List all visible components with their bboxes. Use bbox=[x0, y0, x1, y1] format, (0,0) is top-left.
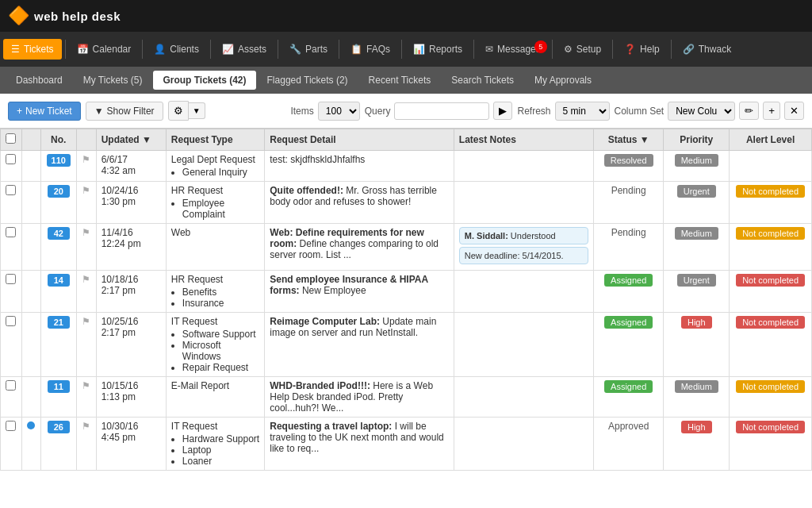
subnav-my-approvals[interactable]: My Approvals bbox=[525, 71, 601, 90]
row-checkbox[interactable] bbox=[1, 151, 22, 182]
row-req-type: Legal Dept Request General Inquiry bbox=[166, 151, 264, 182]
nav-label-calendar: Calendar bbox=[93, 44, 132, 55]
column-set-add-button[interactable]: + bbox=[763, 102, 780, 120]
row-updated: 10/15/161:13 pm bbox=[96, 377, 166, 418]
row-flag[interactable]: ⚑ bbox=[76, 182, 96, 224]
query-label: Query bbox=[365, 106, 391, 117]
column-set-label: Column Set bbox=[615, 106, 665, 117]
row-checkbox[interactable] bbox=[1, 313, 22, 377]
status-text: Pending bbox=[611, 227, 646, 238]
nav-item-parts[interactable]: 🔧 Parts bbox=[282, 39, 335, 60]
nav-item-messages[interactable]: ✉ Messages 5 bbox=[477, 39, 549, 60]
row-ticket-num[interactable]: 14 bbox=[40, 271, 76, 313]
header-status[interactable]: Status ▼ bbox=[594, 129, 664, 151]
messages-badge: 5 bbox=[534, 40, 547, 53]
nav-item-assets[interactable]: 📈 Assets bbox=[214, 39, 274, 60]
column-set-select[interactable]: New Colu bbox=[668, 102, 735, 121]
flag-icon: ⚑ bbox=[82, 154, 90, 165]
row-req-detail: Quite offended!: Mr. Gross has terrible … bbox=[265, 182, 454, 224]
row-req-detail: Reimage Computer Lab: Update main image … bbox=[265, 313, 454, 377]
items-select[interactable]: 100 50 25 bbox=[318, 102, 360, 121]
subnav-group-tickets[interactable]: Group Tickets (42) bbox=[153, 71, 255, 90]
column-set-edit-button[interactable]: ✏ bbox=[739, 102, 759, 120]
row-req-type: IT Request Software SupportMicrosoft Win… bbox=[166, 313, 264, 377]
row-latest-notes bbox=[454, 377, 593, 418]
subnav-search-tickets[interactable]: Search Tickets bbox=[442, 71, 523, 90]
nav-divider-8 bbox=[552, 40, 553, 59]
row-checkbox[interactable] bbox=[1, 182, 22, 224]
row-checkbox[interactable] bbox=[1, 418, 22, 471]
row-priority: Urgent bbox=[664, 271, 730, 313]
flag-icon: ⚑ bbox=[82, 316, 90, 327]
row-updated: 10/24/161:30 pm bbox=[96, 182, 166, 224]
nav-item-calendar[interactable]: 📅 Calendar bbox=[69, 39, 140, 60]
row-status: Pending bbox=[594, 224, 664, 271]
subnav-flagged-tickets[interactable]: Flagged Tickets (2) bbox=[258, 71, 358, 90]
row-checkbox[interactable] bbox=[1, 377, 22, 418]
header-no[interactable]: No. bbox=[40, 129, 76, 151]
header-checkbox[interactable] bbox=[1, 129, 22, 151]
row-checkbox[interactable] bbox=[1, 224, 22, 271]
row-flag[interactable]: ⚑ bbox=[76, 313, 96, 377]
header-alert-level[interactable]: Alert Level bbox=[730, 129, 812, 151]
priority-badge: High bbox=[681, 316, 712, 329]
row-req-type: IT Request Hardware SupportLaptopLoaner bbox=[166, 418, 264, 471]
row-ticket-num[interactable]: 26 bbox=[40, 418, 76, 471]
header-latest-notes[interactable]: Latest Notes bbox=[454, 129, 593, 151]
setup-icon: ⚙ bbox=[564, 44, 573, 55]
row-checkbox[interactable] bbox=[1, 271, 22, 313]
toolbar: + New Ticket ▼ Show Filter ⚙ ▼ Items 100… bbox=[0, 94, 812, 129]
nav-divider-3 bbox=[210, 40, 211, 59]
subnav-my-tickets[interactable]: My Tickets (5) bbox=[74, 71, 152, 90]
row-ticket-num[interactable]: 21 bbox=[40, 313, 76, 377]
row-dot bbox=[21, 271, 40, 313]
gear-dropdown-button[interactable]: ▼ bbox=[189, 102, 205, 119]
row-flag[interactable]: ⚑ bbox=[76, 377, 96, 418]
row-dot bbox=[21, 418, 40, 471]
header-req-type[interactable]: Request Type bbox=[166, 129, 264, 151]
header-priority[interactable]: Priority bbox=[664, 129, 730, 151]
row-dot bbox=[21, 377, 40, 418]
row-flag[interactable]: ⚑ bbox=[76, 151, 96, 182]
row-status: Approved bbox=[594, 418, 664, 471]
refresh-select[interactable]: 5 min 1 min 10 min bbox=[555, 102, 610, 121]
subnav-recent-tickets[interactable]: Recent Tickets bbox=[359, 71, 441, 90]
status-badge: Assigned bbox=[604, 274, 653, 287]
nav-item-thwack[interactable]: 🔗 Thwack bbox=[675, 39, 739, 60]
row-flag[interactable]: ⚑ bbox=[76, 271, 96, 313]
tickets-table: No. Updated ▼ Request Type Request Detai… bbox=[0, 129, 812, 471]
row-priority: Medium bbox=[664, 151, 730, 182]
new-ticket-button[interactable]: + New Ticket bbox=[8, 102, 81, 121]
select-all-checkbox[interactable] bbox=[6, 133, 16, 144]
row-ticket-num[interactable]: 11 bbox=[40, 377, 76, 418]
nav-divider-1 bbox=[65, 40, 66, 59]
header-updated[interactable]: Updated ▼ bbox=[96, 129, 166, 151]
row-latest-notes bbox=[454, 418, 593, 471]
row-flag[interactable]: ⚑ bbox=[76, 418, 96, 471]
row-status: Assigned bbox=[594, 271, 664, 313]
column-set-group: Column Set New Colu ✏ + ✕ bbox=[615, 102, 805, 121]
show-filter-button[interactable]: ▼ Show Filter bbox=[86, 102, 163, 121]
nav-item-faqs[interactable]: 📋 FAQs bbox=[343, 39, 398, 60]
nav-item-help[interactable]: ❓ Help bbox=[616, 39, 668, 60]
items-group: Items 100 50 25 bbox=[290, 102, 359, 121]
nav-item-tickets[interactable]: ☰ Tickets bbox=[3, 39, 62, 60]
query-input[interactable] bbox=[394, 102, 489, 120]
header-req-detail[interactable]: Request Detail bbox=[265, 129, 454, 151]
query-go-button[interactable]: ▶ bbox=[493, 102, 512, 120]
column-set-delete-button[interactable]: ✕ bbox=[784, 102, 804, 120]
parts-icon: 🔧 bbox=[289, 44, 301, 55]
gear-button[interactable]: ⚙ bbox=[168, 101, 189, 121]
row-priority: High bbox=[664, 313, 730, 377]
nav-item-setup[interactable]: ⚙ Setup bbox=[556, 39, 609, 60]
row-dot bbox=[21, 182, 40, 224]
row-ticket-num[interactable]: 110 bbox=[40, 151, 76, 182]
nav-bar: ☰ Tickets 📅 Calendar 👤 Clients 📈 Assets … bbox=[0, 32, 812, 67]
subnav-dashboard[interactable]: Dashboard bbox=[6, 71, 72, 90]
row-flag[interactable]: ⚑ bbox=[76, 224, 96, 271]
logo-icon: 🔶 bbox=[8, 6, 29, 26]
nav-item-clients[interactable]: 👤 Clients bbox=[146, 39, 207, 60]
nav-item-reports[interactable]: 📊 Reports bbox=[405, 39, 470, 60]
row-ticket-num[interactable]: 42 bbox=[40, 224, 76, 271]
row-ticket-num[interactable]: 20 bbox=[40, 182, 76, 224]
